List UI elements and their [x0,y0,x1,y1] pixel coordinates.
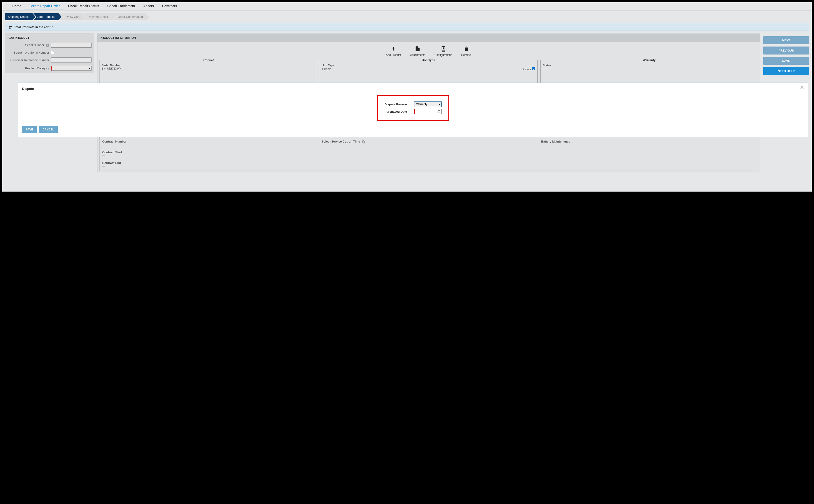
add-product-label: Add Product [386,53,401,57]
add-product-button[interactable]: Add Product [386,46,401,57]
tab-contracts[interactable]: Contracts [158,2,181,10]
product-box: Product Serial NumberSN_UNKNOWN [99,60,317,83]
need-help-button[interactable]: NEED HELP [763,67,809,75]
contract-item: Contract Start— [102,151,316,157]
no-serial-checkbox[interactable] [51,51,54,54]
info-icon[interactable]: i [362,140,365,143]
jobtype-box: Job Type Job Type Billable Dispute [320,60,538,83]
product-info-title: PRODUCT INFORMATION [97,34,760,42]
tab-create-repair-order[interactable]: Create Repair Order [25,2,64,10]
problem-category-label: Problem Category [8,67,51,70]
purchased-date-label: Purchased Date [384,110,414,113]
wizard-steps: Shipping Details Add Products Review Car… [2,10,812,20]
contract-item-value: — [102,143,316,146]
contract-item: Contract End— [102,161,316,168]
customer-ref-label: Customer Reference Number [8,58,51,62]
remove-button[interactable]: Remove [461,46,472,57]
step-shipping-details[interactable]: Shipping Details [5,13,36,20]
top-nav: Home Create Repair Order Check Repair St… [2,2,812,10]
warranty-status-value: — [543,67,756,70]
attachments-button[interactable]: Attachments [410,46,426,57]
contract-item [322,151,536,157]
cart-summary-text: Total Products in the cart : 1 [14,25,54,29]
tab-check-repair-status[interactable]: Check Repair Status [64,2,103,10]
save-button[interactable]: SAVE [763,57,809,65]
purchased-date-input[interactable] [414,109,442,114]
no-serial-label: I don't have Serial Number [8,51,51,54]
previous-button[interactable]: PREVIOUS [763,47,809,55]
info-icon[interactable]: i [46,44,49,47]
warranty-box: Warranty Status— [540,60,758,83]
contract-item-label: Contract Start [102,151,316,154]
plus-icon [390,46,396,52]
warranty-status-label: Status [543,64,756,67]
next-button[interactable]: NEXT [763,36,809,44]
dispute-modal-title: Dispute [22,87,804,91]
contract-item-value: — [541,143,755,146]
jobtype-value: Billable [322,68,331,71]
remove-label: Remove [461,53,472,57]
contract-item-value: — [102,154,316,157]
configurations-button[interactable]: Configurations [435,46,452,57]
jobtype-label: Job Type [322,64,535,67]
modal-save-button[interactable]: SAVE [22,126,37,133]
dispute-label: Dispute [522,68,531,71]
step-review-cart: Review Cart [59,13,86,20]
contract-item-label: Contract Number [102,140,316,143]
cart-icon [8,25,12,29]
configurations-label: Configurations [435,53,452,57]
contract-item-label: Battery Maintenance [541,140,755,143]
product-serial-value: SN_UNKNOWN [102,67,314,70]
step-order-confirmation: Order Confirmation [113,13,149,20]
serial-number-label: Serial Number i [8,43,51,47]
dispute-reason-select[interactable]: Warranty [414,101,442,107]
attachments-label: Attachments [410,53,426,57]
step-add-products[interactable]: Add Products [33,13,62,20]
contract-item: Battery Maintenance— [541,140,755,146]
contract-item [541,151,755,157]
dispute-reason-label: Dispute Reason [384,103,414,106]
document-icon [415,46,421,52]
config-icon [441,46,447,52]
close-icon[interactable]: ✕ [800,85,804,91]
contract-item: Contract Number— [102,140,316,146]
contract-item-label: Contract End [102,161,316,165]
serial-number-input[interactable] [51,43,91,48]
product-serial-label: Serial Number [102,64,314,67]
jobtype-legend: Job Type [420,58,437,62]
calendar-icon[interactable] [437,110,441,113]
app-window: Home Create Repair Order Check Repair St… [2,2,812,192]
problem-category-select[interactable] [51,66,91,71]
step-payment-details: Payment Details [84,13,116,20]
right-action-buttons: NEXT PREVIOUS SAVE NEED HELP [763,34,809,75]
dispute-checkbox[interactable] [532,67,535,70]
customer-ref-input[interactable] [51,57,91,62]
product-legend: Product [200,58,216,62]
trash-icon [464,46,470,52]
contract-item-value: — [102,165,316,168]
add-product-panel: ADD PRODUCT Serial Number i I don't have… [5,34,94,73]
warranty-legend: Warranty [641,58,658,62]
modal-cancel-button[interactable]: CANCEL [39,126,58,133]
dispute-highlight-area: Dispute Reason Warranty Purchased Date [377,95,449,121]
dispute-modal: Dispute ✕ Dispute Reason Warranty Purcha… [18,83,808,137]
contract-item: Select Service Cut-off Time i [322,140,536,146]
contract-item-label: Select Service Cut-off Time i [322,140,536,143]
tab-check-entitlement[interactable]: Check Entitlement [103,2,139,10]
tab-assets[interactable]: Assets [139,2,158,10]
cart-summary-bar: Total Products in the cart : 1 [5,23,809,31]
add-product-title: ADD PRODUCT [8,36,91,39]
tab-home[interactable]: Home [8,2,25,10]
